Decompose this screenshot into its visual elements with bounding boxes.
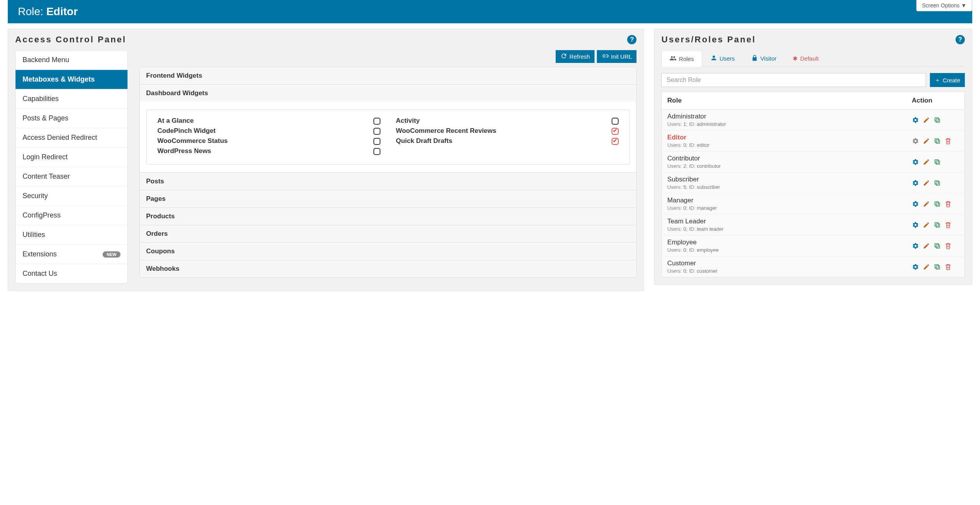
- screen-options-toggle[interactable]: Screen Options ▼: [916, 0, 972, 11]
- sidebar-item[interactable]: Content Teaser: [16, 167, 127, 186]
- edit-icon[interactable]: [923, 138, 930, 145]
- acp-title: Access Control Panel: [15, 35, 126, 45]
- role-name[interactable]: Team Leader: [667, 218, 901, 225]
- svg-rect-14: [936, 266, 940, 269]
- manage-icon[interactable]: [912, 158, 919, 165]
- role-name[interactable]: Customer: [667, 259, 901, 267]
- role-row: CustomerUsers: 0; ID: customer: [662, 256, 965, 277]
- help-icon[interactable]: ?: [627, 35, 636, 44]
- sidebar-item[interactable]: ExtensionsNEW: [16, 245, 127, 264]
- sidebar-item[interactable]: Access Denied Redirect: [16, 128, 127, 148]
- role-meta: Users: 5; ID: subscriber: [667, 184, 901, 190]
- title-role: Editor: [46, 5, 78, 17]
- role-row: EmployeeUsers: 0; ID: employee: [662, 235, 965, 256]
- clone-icon[interactable]: [934, 158, 941, 165]
- action-cell: [907, 235, 965, 256]
- sidebar-item-label: Capabilities: [23, 95, 59, 103]
- widget-checkbox[interactable]: [373, 138, 380, 145]
- refresh-icon: [560, 52, 567, 61]
- role-meta: Users: 0; ID: customer: [667, 268, 901, 274]
- edit-icon[interactable]: [923, 200, 930, 207]
- sidebar-item[interactable]: Login Redirect: [16, 148, 127, 167]
- sidebar-item[interactable]: ConfigPress: [16, 206, 127, 225]
- widget-checkbox[interactable]: [373, 148, 380, 155]
- role-meta: Users: 0; ID: editor: [667, 142, 901, 148]
- visitor-icon: [751, 54, 758, 63]
- delete-icon[interactable]: [945, 200, 952, 207]
- manage-icon[interactable]: [912, 200, 919, 207]
- widget-checkbox[interactable]: [373, 128, 380, 135]
- refresh-button[interactable]: Refresh: [556, 50, 595, 63]
- section-orders[interactable]: Orders: [140, 225, 636, 242]
- delete-icon[interactable]: [945, 242, 952, 249]
- manage-icon[interactable]: [912, 117, 919, 124]
- role-name[interactable]: Contributor: [667, 155, 901, 162]
- manage-icon[interactable]: [912, 179, 919, 186]
- delete-icon[interactable]: [945, 138, 952, 145]
- urp-title: Users/Roles Panel: [661, 35, 756, 45]
- clone-icon[interactable]: [934, 221, 941, 228]
- section-posts[interactable]: Posts: [140, 173, 636, 190]
- clone-icon[interactable]: [934, 200, 941, 207]
- section-frontend-widgets[interactable]: Frontend Widgets: [140, 67, 636, 84]
- edit-icon[interactable]: [923, 221, 930, 228]
- help-icon[interactable]: ?: [956, 35, 965, 44]
- delete-icon[interactable]: [945, 263, 952, 270]
- sidebar-item[interactable]: Capabilities: [16, 89, 127, 109]
- edit-icon[interactable]: [923, 179, 930, 186]
- sidebar-item[interactable]: Backend Menu: [16, 50, 127, 70]
- sidebar-item[interactable]: Posts & Pages: [16, 109, 127, 128]
- section-coupons[interactable]: Coupons: [140, 243, 636, 260]
- role-cell: CustomerUsers: 0; ID: customer: [662, 256, 907, 277]
- role-name[interactable]: Editor: [667, 134, 901, 141]
- sidebar-item[interactable]: Security: [16, 186, 127, 206]
- tab-roles[interactable]: Roles: [661, 50, 702, 67]
- section-products[interactable]: Products: [140, 208, 636, 225]
- section-pages[interactable]: Pages: [140, 190, 636, 207]
- delete-icon[interactable]: [945, 221, 952, 228]
- widget-label: Activity: [396, 117, 612, 125]
- role-name[interactable]: Employee: [667, 239, 901, 246]
- edit-icon[interactable]: [923, 263, 930, 270]
- role-name[interactable]: Manager: [667, 197, 901, 204]
- widget-checkbox[interactable]: [612, 128, 619, 135]
- widget-label: CodePinch Widget: [157, 127, 373, 135]
- widget-checkbox[interactable]: [612, 118, 619, 125]
- tab-users[interactable]: Users: [702, 50, 743, 66]
- section-webhooks[interactable]: Webhooks: [140, 260, 636, 277]
- role-meta: Users: 0; ID: manager: [667, 205, 901, 211]
- sidebar-item[interactable]: Metaboxes & Widgets: [16, 70, 127, 89]
- manage-icon[interactable]: [912, 242, 919, 249]
- clone-icon[interactable]: [934, 117, 941, 124]
- section-dashboard-widgets[interactable]: Dashboard Widgets: [140, 85, 636, 102]
- th-action: Action: [907, 92, 965, 110]
- edit-icon[interactable]: [923, 158, 930, 165]
- action-cell: [907, 256, 965, 277]
- init-url-button[interactable]: Init URL: [597, 50, 636, 63]
- sidebar-item[interactable]: Contact Us: [16, 264, 127, 283]
- svg-rect-11: [935, 223, 938, 226]
- edit-icon[interactable]: [923, 242, 930, 249]
- clone-icon[interactable]: [934, 263, 941, 270]
- role-cell: SubscriberUsers: 5; ID: subscriber: [662, 172, 907, 193]
- tab-visitor[interactable]: Visitor: [743, 50, 785, 66]
- widget-row: Quick Draft Drafts: [396, 137, 619, 145]
- widget-checkbox[interactable]: [373, 118, 380, 125]
- tab-default[interactable]: ✱ Default: [785, 50, 827, 66]
- clone-icon[interactable]: [934, 179, 941, 186]
- role-name[interactable]: Administrator: [667, 113, 901, 120]
- clone-icon[interactable]: [934, 242, 941, 249]
- search-role-input[interactable]: [661, 73, 926, 87]
- manage-icon[interactable]: [912, 263, 919, 270]
- svg-rect-12: [936, 245, 940, 248]
- role-row: AdministratorUsers: 1; ID: administrator: [662, 110, 965, 131]
- clone-icon[interactable]: [934, 138, 941, 145]
- manage-icon[interactable]: [912, 221, 919, 228]
- create-role-button[interactable]: ＋ Create: [930, 73, 965, 87]
- edit-icon[interactable]: [923, 117, 930, 124]
- role-name[interactable]: Subscriber: [667, 176, 901, 183]
- manage-icon[interactable]: [912, 138, 919, 145]
- widget-checkbox[interactable]: [612, 138, 619, 145]
- svg-rect-7: [935, 181, 938, 184]
- sidebar-item[interactable]: Utilities: [16, 225, 127, 245]
